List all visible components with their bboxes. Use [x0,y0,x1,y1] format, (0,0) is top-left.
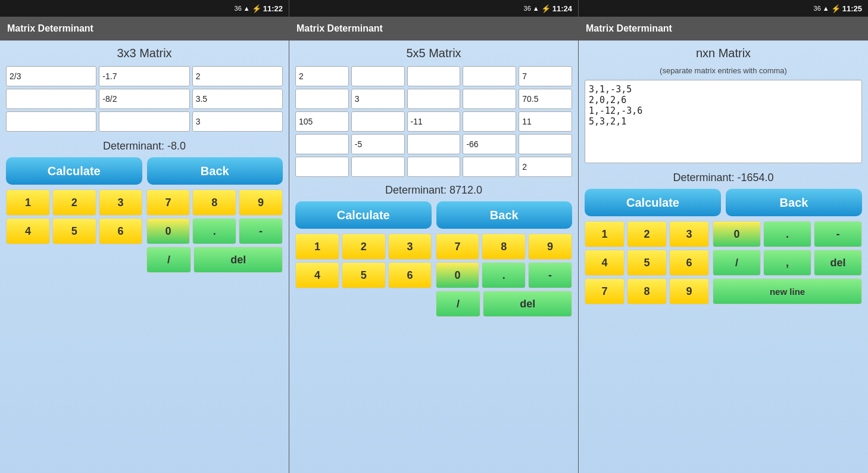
cell-2-3-1[interactable]: -5 [351,134,405,154]
back-button-1[interactable]: Back [147,157,283,185]
key-3-newline[interactable]: new line [713,278,862,304]
back-button-2[interactable]: Back [436,201,573,229]
key-3-slash[interactable]: / [713,250,761,276]
key-3-4[interactable]: 4 [585,250,625,276]
key-1-2[interactable]: 2 [52,189,96,216]
key-3-0[interactable]: 0 [713,221,761,247]
key-2-0[interactable]: 0 [436,262,480,288]
cell-2-0-2[interactable] [407,66,461,86]
key-row-3-6: new line [713,278,862,304]
time-2: 11:24 [552,4,572,13]
cell-1-2-0[interactable] [6,111,96,132]
key-3-8[interactable]: 8 [627,278,667,304]
cell-1-1-1[interactable]: -8/2 [99,89,189,109]
cell-2-1-4[interactable]: 70.5 [519,89,572,109]
cell-2-2-3[interactable] [463,111,516,132]
cell-2-2-1[interactable] [351,111,405,132]
battery-icon-3: ⚡ [831,4,841,13]
key-2-slash[interactable]: / [436,291,481,317]
cell-1-0-1[interactable]: -1.7 [99,66,189,86]
cell-2-3-2[interactable] [407,134,461,154]
matrix-textarea-3[interactable]: 3,1,-3,5 2,0,2,6 1,-12,-3,6 5,3,2,1 [585,80,862,163]
keyboard-right-3: 0 . - / , del new line [713,221,862,307]
cell-2-4-1[interactable] [351,157,405,177]
cell-2-1-3[interactable] [463,89,516,109]
key-3-7[interactable]: 7 [585,278,625,304]
key-2-8[interactable]: 8 [482,234,526,260]
key-2-9[interactable]: 9 [528,234,572,260]
status-icons-1: 36 ▲ ⚡ 11:22 [235,4,283,13]
cell-1-0-0[interactable]: 2/3 [6,66,96,86]
title-bar-1: Matrix Determinant [0,17,289,41]
key-2-6[interactable]: 6 [388,262,432,288]
panel-1: 36 ▲ ⚡ 11:22 Matrix Determinant 3x3 Matr… [0,0,289,473]
key-1-8[interactable]: 8 [192,189,236,216]
key-3-1[interactable]: 1 [585,221,625,247]
cell-2-3-3[interactable]: -66 [463,134,516,154]
cell-2-0-3[interactable] [463,66,516,86]
cell-2-1-0[interactable] [295,89,349,109]
cell-1-1-0[interactable] [6,89,96,109]
key-2-2[interactable]: 2 [342,234,386,260]
cell-1-2-2[interactable]: 3 [192,111,283,132]
cell-2-4-2[interactable] [407,157,461,177]
key-3-comma[interactable]: , [763,250,811,276]
key-2-dot[interactable]: . [482,262,526,288]
action-buttons-3: Calculate Back [585,189,862,216]
cell-2-2-4[interactable]: 11 [519,111,572,132]
key-3-minus[interactable]: - [814,221,862,247]
cell-2-2-2[interactable]: -11 [407,111,461,132]
key-2-1[interactable]: 1 [295,234,339,260]
key-1-4[interactable]: 4 [6,218,50,244]
calculate-button-1[interactable]: Calculate [6,157,142,185]
key-1-minus[interactable]: - [239,218,283,244]
key-2-5[interactable]: 5 [342,262,386,288]
key-2-7[interactable]: 7 [436,234,480,260]
cell-2-4-3[interactable] [463,157,516,177]
key-1-9[interactable]: 9 [239,189,283,216]
cell-2-0-1[interactable] [351,66,405,86]
key-1-slash[interactable]: / [146,247,192,273]
key-3-dot[interactable]: . [763,221,811,247]
key-1-7[interactable]: 7 [146,189,191,216]
key-1-5[interactable]: 5 [52,218,96,244]
keyboard-left-3: 1 2 3 4 5 6 7 8 9 [585,221,709,307]
title-bar-3: Matrix Determinant [579,17,868,41]
key-2-3[interactable]: 3 [388,234,432,260]
key-row-2-4: 0 . - [436,262,573,288]
cell-2-1-2[interactable] [407,89,461,109]
cell-1-2-1[interactable] [99,111,189,132]
determinant-1: Determinant: -8.0 [103,140,186,153]
key-3-9[interactable]: 9 [669,278,709,304]
calculate-button-3[interactable]: Calculate [585,189,721,216]
key-3-3[interactable]: 3 [669,221,709,247]
key-3-6[interactable]: 6 [669,250,709,276]
key-1-6[interactable]: 6 [99,218,143,244]
calculate-button-2[interactable]: Calculate [295,201,432,229]
key-2-4[interactable]: 4 [295,262,339,288]
keyboard-left-1: 1 2 3 4 5 6 [6,189,143,275]
key-1-3[interactable]: 3 [99,189,143,216]
key-3-5[interactable]: 5 [627,250,667,276]
key-3-del[interactable]: del [814,250,862,276]
key-2-del[interactable]: del [483,291,572,317]
cell-2-0-0[interactable]: 2 [295,66,349,86]
app-title-1: Matrix Determinant [7,23,93,34]
key-1-0[interactable]: 0 [146,218,191,244]
key-row-2-1: 1 2 3 [295,234,432,260]
key-2-minus[interactable]: - [528,262,572,288]
cell-2-0-4[interactable]: 7 [519,66,572,86]
key-3-2[interactable]: 2 [627,221,667,247]
cell-2-3-0[interactable] [295,134,349,154]
cell-2-3-4[interactable] [519,134,572,154]
cell-1-0-2[interactable]: 2 [192,66,283,86]
back-button-3[interactable]: Back [726,189,862,216]
cell-2-2-0[interactable]: 105 [295,111,349,132]
cell-1-1-2[interactable]: 3.5 [192,89,283,109]
cell-2-4-0[interactable] [295,157,349,177]
key-1-dot[interactable]: . [192,218,236,244]
key-1-1[interactable]: 1 [6,189,50,216]
cell-2-4-4[interactable]: 2 [519,157,572,177]
cell-2-1-1[interactable]: 3 [351,89,405,109]
key-1-del[interactable]: del [193,247,283,273]
